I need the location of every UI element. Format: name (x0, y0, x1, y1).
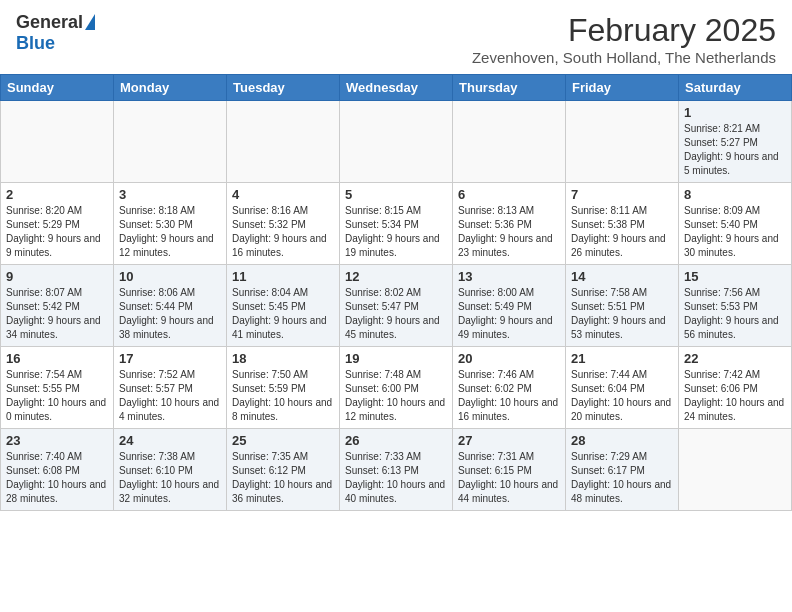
day-number: 3 (119, 187, 221, 202)
day-info: Sunrise: 7:31 AM Sunset: 6:15 PM Dayligh… (458, 450, 560, 506)
location-title: Zevenhoven, South Holland, The Netherlan… (472, 49, 776, 66)
page-header: General Blue February 2025 Zevenhoven, S… (0, 0, 792, 70)
calendar-cell: 21Sunrise: 7:44 AM Sunset: 6:04 PM Dayli… (566, 347, 679, 429)
logo: General Blue (16, 12, 95, 54)
day-number: 7 (571, 187, 673, 202)
calendar-cell: 6Sunrise: 8:13 AM Sunset: 5:36 PM Daylig… (453, 183, 566, 265)
day-info: Sunrise: 8:04 AM Sunset: 5:45 PM Dayligh… (232, 286, 334, 342)
day-number: 26 (345, 433, 447, 448)
calendar-cell: 15Sunrise: 7:56 AM Sunset: 5:53 PM Dayli… (679, 265, 792, 347)
day-number: 22 (684, 351, 786, 366)
calendar-cell (1, 101, 114, 183)
calendar-cell: 7Sunrise: 8:11 AM Sunset: 5:38 PM Daylig… (566, 183, 679, 265)
day-number: 8 (684, 187, 786, 202)
day-number: 20 (458, 351, 560, 366)
calendar-cell: 26Sunrise: 7:33 AM Sunset: 6:13 PM Dayli… (340, 429, 453, 511)
calendar-cell: 13Sunrise: 8:00 AM Sunset: 5:49 PM Dayli… (453, 265, 566, 347)
calendar-week-row-2: 2Sunrise: 8:20 AM Sunset: 5:29 PM Daylig… (1, 183, 792, 265)
day-number: 1 (684, 105, 786, 120)
day-number: 21 (571, 351, 673, 366)
calendar-cell: 25Sunrise: 7:35 AM Sunset: 6:12 PM Dayli… (227, 429, 340, 511)
day-number: 4 (232, 187, 334, 202)
day-info: Sunrise: 7:38 AM Sunset: 6:10 PM Dayligh… (119, 450, 221, 506)
calendar-cell: 1Sunrise: 8:21 AM Sunset: 5:27 PM Daylig… (679, 101, 792, 183)
day-number: 2 (6, 187, 108, 202)
calendar-cell: 10Sunrise: 8:06 AM Sunset: 5:44 PM Dayli… (114, 265, 227, 347)
day-info: Sunrise: 8:00 AM Sunset: 5:49 PM Dayligh… (458, 286, 560, 342)
calendar-cell (679, 429, 792, 511)
calendar-header-wednesday: Wednesday (340, 75, 453, 101)
day-number: 18 (232, 351, 334, 366)
calendar-cell: 9Sunrise: 8:07 AM Sunset: 5:42 PM Daylig… (1, 265, 114, 347)
logo-blue-text: Blue (16, 33, 55, 54)
calendar-cell: 17Sunrise: 7:52 AM Sunset: 5:57 PM Dayli… (114, 347, 227, 429)
calendar-cell: 19Sunrise: 7:48 AM Sunset: 6:00 PM Dayli… (340, 347, 453, 429)
day-info: Sunrise: 8:20 AM Sunset: 5:29 PM Dayligh… (6, 204, 108, 260)
calendar-cell: 11Sunrise: 8:04 AM Sunset: 5:45 PM Dayli… (227, 265, 340, 347)
day-info: Sunrise: 7:48 AM Sunset: 6:00 PM Dayligh… (345, 368, 447, 424)
day-info: Sunrise: 7:42 AM Sunset: 6:06 PM Dayligh… (684, 368, 786, 424)
calendar-week-row-3: 9Sunrise: 8:07 AM Sunset: 5:42 PM Daylig… (1, 265, 792, 347)
day-info: Sunrise: 8:02 AM Sunset: 5:47 PM Dayligh… (345, 286, 447, 342)
day-number: 25 (232, 433, 334, 448)
day-info: Sunrise: 7:52 AM Sunset: 5:57 PM Dayligh… (119, 368, 221, 424)
day-number: 27 (458, 433, 560, 448)
calendar-header-sunday: Sunday (1, 75, 114, 101)
day-info: Sunrise: 8:13 AM Sunset: 5:36 PM Dayligh… (458, 204, 560, 260)
calendar-header-tuesday: Tuesday (227, 75, 340, 101)
calendar-cell: 22Sunrise: 7:42 AM Sunset: 6:06 PM Dayli… (679, 347, 792, 429)
calendar-week-row-4: 16Sunrise: 7:54 AM Sunset: 5:55 PM Dayli… (1, 347, 792, 429)
day-number: 10 (119, 269, 221, 284)
day-number: 23 (6, 433, 108, 448)
calendar-cell: 14Sunrise: 7:58 AM Sunset: 5:51 PM Dayli… (566, 265, 679, 347)
calendar-header-row: SundayMondayTuesdayWednesdayThursdayFrid… (1, 75, 792, 101)
day-info: Sunrise: 8:16 AM Sunset: 5:32 PM Dayligh… (232, 204, 334, 260)
day-number: 16 (6, 351, 108, 366)
calendar-cell (227, 101, 340, 183)
calendar-header-thursday: Thursday (453, 75, 566, 101)
day-number: 9 (6, 269, 108, 284)
logo-triangle-icon (85, 14, 95, 30)
logo-general-text: General (16, 12, 83, 33)
day-info: Sunrise: 8:07 AM Sunset: 5:42 PM Dayligh… (6, 286, 108, 342)
title-section: February 2025 Zevenhoven, South Holland,… (472, 12, 776, 66)
day-info: Sunrise: 8:18 AM Sunset: 5:30 PM Dayligh… (119, 204, 221, 260)
day-info: Sunrise: 7:58 AM Sunset: 5:51 PM Dayligh… (571, 286, 673, 342)
calendar-header-monday: Monday (114, 75, 227, 101)
calendar-cell: 28Sunrise: 7:29 AM Sunset: 6:17 PM Dayli… (566, 429, 679, 511)
day-info: Sunrise: 7:50 AM Sunset: 5:59 PM Dayligh… (232, 368, 334, 424)
day-info: Sunrise: 7:56 AM Sunset: 5:53 PM Dayligh… (684, 286, 786, 342)
calendar-cell (340, 101, 453, 183)
calendar-cell: 27Sunrise: 7:31 AM Sunset: 6:15 PM Dayli… (453, 429, 566, 511)
calendar-cell: 23Sunrise: 7:40 AM Sunset: 6:08 PM Dayli… (1, 429, 114, 511)
calendar-week-row-5: 23Sunrise: 7:40 AM Sunset: 6:08 PM Dayli… (1, 429, 792, 511)
calendar-cell: 16Sunrise: 7:54 AM Sunset: 5:55 PM Dayli… (1, 347, 114, 429)
calendar-header-friday: Friday (566, 75, 679, 101)
calendar-cell: 4Sunrise: 8:16 AM Sunset: 5:32 PM Daylig… (227, 183, 340, 265)
calendar-cell (566, 101, 679, 183)
day-info: Sunrise: 7:35 AM Sunset: 6:12 PM Dayligh… (232, 450, 334, 506)
day-info: Sunrise: 8:21 AM Sunset: 5:27 PM Dayligh… (684, 122, 786, 178)
calendar-cell: 8Sunrise: 8:09 AM Sunset: 5:40 PM Daylig… (679, 183, 792, 265)
day-number: 13 (458, 269, 560, 284)
day-number: 11 (232, 269, 334, 284)
day-number: 5 (345, 187, 447, 202)
calendar-cell (453, 101, 566, 183)
calendar-cell: 12Sunrise: 8:02 AM Sunset: 5:47 PM Dayli… (340, 265, 453, 347)
calendar-cell: 2Sunrise: 8:20 AM Sunset: 5:29 PM Daylig… (1, 183, 114, 265)
day-info: Sunrise: 8:06 AM Sunset: 5:44 PM Dayligh… (119, 286, 221, 342)
calendar-week-row-1: 1Sunrise: 8:21 AM Sunset: 5:27 PM Daylig… (1, 101, 792, 183)
day-number: 6 (458, 187, 560, 202)
day-number: 15 (684, 269, 786, 284)
calendar-header-saturday: Saturday (679, 75, 792, 101)
day-number: 24 (119, 433, 221, 448)
calendar-cell: 3Sunrise: 8:18 AM Sunset: 5:30 PM Daylig… (114, 183, 227, 265)
day-info: Sunrise: 7:29 AM Sunset: 6:17 PM Dayligh… (571, 450, 673, 506)
day-number: 17 (119, 351, 221, 366)
day-info: Sunrise: 8:15 AM Sunset: 5:34 PM Dayligh… (345, 204, 447, 260)
calendar-table: SundayMondayTuesdayWednesdayThursdayFrid… (0, 74, 792, 511)
day-info: Sunrise: 8:11 AM Sunset: 5:38 PM Dayligh… (571, 204, 673, 260)
day-number: 19 (345, 351, 447, 366)
day-number: 28 (571, 433, 673, 448)
day-info: Sunrise: 7:44 AM Sunset: 6:04 PM Dayligh… (571, 368, 673, 424)
